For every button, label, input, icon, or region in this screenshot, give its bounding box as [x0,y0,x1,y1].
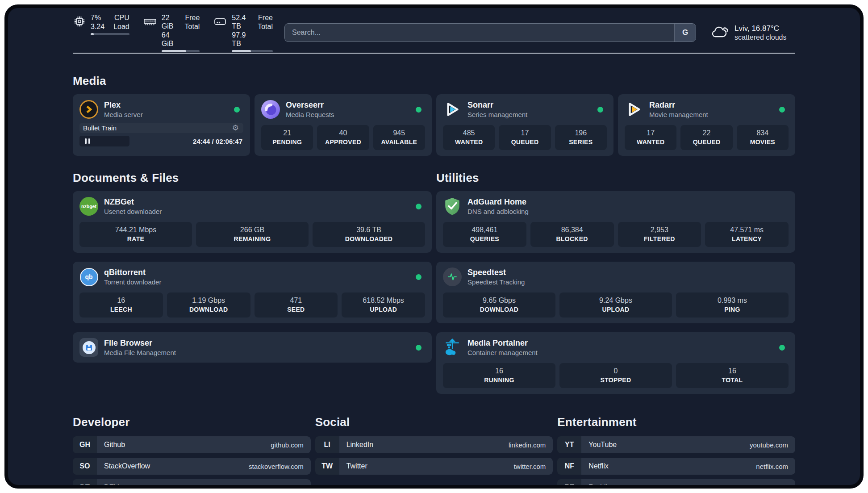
stat-wanted: 485 WANTED [443,125,495,150]
disk-icon [213,13,227,30]
search-engine-button[interactable]: G [674,24,696,42]
app-name: Overseerr [286,100,334,110]
section-social: Social LI LinkedIn linkedin.com TW Twitt… [315,415,553,475]
stat-movies: 834 MOVIES [737,125,789,150]
weather-widget: Lviv, 16.87°C scattered clouds [710,24,805,42]
filebrowser-card[interactable]: File Browser Media File Management [73,332,432,363]
status-dot [416,274,421,280]
header-divider [73,53,795,54]
ram-free-value: 22 GiB [162,13,176,30]
app-description: Series management [467,111,527,119]
disk-free-label: Free [258,13,273,22]
link-stackoverflow[interactable]: SO StackOverflow stackoverflow.com [73,458,311,475]
cpu-progress-bar [91,33,129,35]
app-description: Media File Management [104,349,176,357]
ram-total-label: Total [185,22,200,31]
cpu-label: CPU [113,13,129,22]
link-abbr: SO [73,458,97,475]
link-url: github.com [271,441,303,449]
link-name: Reddit [588,484,609,489]
ram-free-label: Free [185,13,200,22]
pause-button[interactable] [79,136,129,146]
status-dot [597,107,603,113]
nzbget-card[interactable]: nzbget NZBGet Usenet downloader 744.21 M… [73,191,432,253]
link-linkedin[interactable]: LI LinkedIn linkedin.com [315,436,553,453]
section-media: Media Plex Me [73,74,795,156]
ram-total-value: 64 GiB [162,31,176,48]
plex-icon [79,100,98,119]
app-description: Container management [467,349,538,357]
portainer-icon [443,338,462,357]
header: 7% 3.24 CPU Load [73,19,795,46]
link-reddit[interactable]: RE Reddit reddit.com [557,479,795,489]
search-input[interactable] [285,24,674,42]
sonarr-card[interactable]: Sonarr Series management 485 WANTED 17 Q… [436,94,613,156]
link-netflix[interactable]: NF Netflix netflix.com [557,458,795,475]
app-name: File Browser [104,338,176,348]
stat-total: 16 TOTAL [676,363,789,388]
app-name: AdGuard Home [467,197,529,207]
qbittorrent-card[interactable]: qb qBittorrent Torrent downloader 16 [73,262,432,323]
link-youtube[interactable]: YT YouTube youtube.com [557,436,795,453]
dashboard-window: 7% 3.24 CPU Load [4,4,864,489]
app-name: Media Portainer [467,338,538,348]
link-url: linkedin.com [509,441,546,449]
stat-upload: 618.52 Mbps UPLOAD [342,292,425,318]
stat-download: 9.65 Gbps DOWNLOAD [443,292,555,318]
cpu-stat: 7% 3.24 CPU Load [73,13,129,52]
filebrowser-icon [79,338,98,357]
link-github[interactable]: GH Github github.com [73,436,311,453]
app-description: Torrent downloader [104,278,161,286]
qbittorrent-icon: qb [79,267,98,286]
link-url: reddit.com [757,484,788,489]
app-name: Plex [104,100,143,110]
stat-queued: 17 QUEUED [499,125,551,150]
link-name: Netflix [588,462,608,470]
link-name: LinkedIn [346,441,374,449]
stat-download: 1.19 Gbps DOWNLOAD [167,292,250,318]
ram-progress-bar [162,50,200,52]
app-name: Speedtest [467,268,525,277]
section-documents: Documents & Files nzbget NZBGet Usenet d… [73,171,432,363]
stat-running: 16 RUNNING [443,363,555,388]
status-dot [779,107,785,113]
player-settings-icon[interactable]: ⚙ [232,124,239,132]
overseerr-card[interactable]: Overseerr Media Requests 21 PENDING 40 A… [255,94,432,156]
section-utilities: Utilities [436,171,795,394]
app-description: Speedtest Tracking [467,278,525,286]
adguard-card[interactable]: AdGuard Home DNS and adblocking 498,461 … [436,191,795,253]
plex-card[interactable]: Plex Media server Bullet Train ⚙ [73,94,250,156]
section-title-documents: Documents & Files [73,171,432,185]
radarr-card[interactable]: Radarr Movie management 17 WANTED 22 QUE… [618,94,795,156]
link-name: DEV [104,484,119,489]
status-dot [416,107,421,113]
link-dev[interactable]: DT DEV dev.to [73,479,311,489]
cpu-load-percent: 7% [91,13,104,22]
stat-pending: 21 PENDING [261,125,313,150]
cpu-icon [73,13,86,30]
stat-blocked: 86,384 BLOCKED [530,222,614,247]
app-description: Movie management [649,111,708,119]
link-url: netflix.com [756,463,788,470]
app-name: qBittorrent [104,268,161,277]
disk-progress-bar [232,50,273,52]
weather-location-temp: Lviv, 16.87°C [734,24,787,33]
section-title-entertainment: Entertainment [557,415,795,429]
playback-time: 24:44 / 02:06:47 [193,138,242,145]
link-abbr: RE [557,479,581,489]
status-dot [416,204,421,209]
link-abbr: YT [557,436,581,453]
link-name: StackOverflow [104,462,150,470]
section-title-social: Social [315,415,553,429]
nzbget-icon: nzbget [79,197,98,216]
speedtest-card[interactable]: Speedtest Speedtest Tracking 9.65 Gbps D… [436,262,795,323]
system-stats: 7% 3.24 CPU Load [73,13,273,52]
link-twitter[interactable]: TW Twitter twitter.com [315,458,553,475]
link-name: Github [104,441,125,449]
portainer-card[interactable]: Media Portainer Container management 16 … [436,332,795,394]
app-name: Radarr [649,100,708,110]
section-title-utilities: Utilities [436,171,795,185]
stat-approved: 40 APPROVED [317,125,369,150]
link-url: twitter.com [514,463,546,470]
radarr-icon [625,100,643,119]
